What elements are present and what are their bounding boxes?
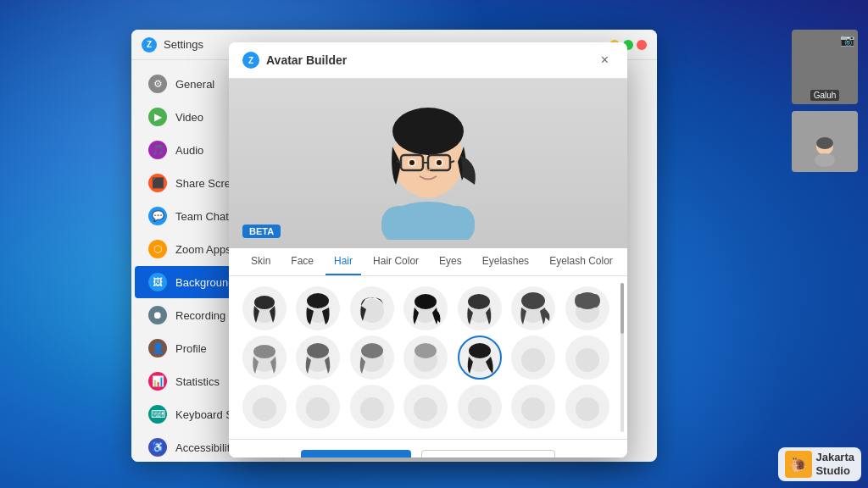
watermark-text: Jakarta Studio	[815, 451, 854, 477]
hair-style-13[interactable]	[511, 336, 555, 380]
hair-style-17[interactable]	[350, 385, 394, 429]
svg-point-22	[468, 294, 490, 309]
sidebar-label-video: Video	[175, 111, 203, 124]
general-icon: ⚙	[148, 75, 167, 93]
sidebar-label-general: General	[175, 78, 214, 91]
hair-style-15[interactable]	[242, 385, 287, 429]
avatar-actions: Done Exit without saving	[229, 439, 627, 458]
sidebar-label-access: Accessibility	[175, 441, 236, 454]
svg-point-15	[254, 296, 275, 309]
svg-point-34	[361, 343, 383, 358]
svg-point-47	[576, 397, 599, 421]
exit-without-saving-button[interactable]: Exit without saving	[421, 450, 555, 458]
hair-style-8[interactable]	[242, 336, 287, 380]
hair-style-1[interactable]	[242, 286, 287, 330]
avatar-logo-icon: Z	[242, 52, 259, 69]
tab-eyebrows[interactable]: Eyebrows	[625, 248, 627, 275]
background-icon: 🖼	[148, 273, 167, 291]
accessibility-icon: ♿	[148, 438, 167, 457]
svg-point-40	[576, 348, 599, 372]
hair-style-2[interactable]	[296, 286, 340, 330]
tab-eyes[interactable]: Eyes	[431, 248, 470, 275]
hair-grid-wrapper	[229, 276, 627, 439]
video-thumbnail-2	[792, 111, 858, 172]
video-thumb-label: Galuh	[810, 90, 840, 101]
watermark: 🐌 Jakarta Studio	[778, 447, 861, 481]
svg-point-4	[392, 108, 464, 155]
video-icon: ▶	[148, 108, 167, 126]
svg-point-38	[469, 343, 491, 358]
hair-style-9[interactable]	[296, 336, 340, 380]
svg-point-39	[521, 348, 545, 372]
svg-point-17	[307, 293, 329, 308]
audio-icon: 🎵	[148, 141, 167, 159]
avatar-close-button[interactable]: ×	[596, 51, 614, 69]
tab-eyelashes[interactable]: Eyelashes	[474, 248, 537, 275]
hair-style-6[interactable]	[511, 286, 555, 330]
tab-face[interactable]: Face	[282, 248, 322, 275]
recording-icon: ⏺	[148, 306, 167, 324]
profile-icon: 👤	[148, 339, 167, 358]
svg-point-45	[468, 397, 492, 421]
statistics-icon: 📊	[148, 372, 167, 391]
svg-point-24	[521, 292, 545, 309]
tab-skin[interactable]: Skin	[242, 248, 279, 275]
svg-point-49	[816, 137, 833, 149]
avatar-titlebar: Z Avatar Builder ×	[229, 42, 627, 79]
keyboard-icon: ⌨	[148, 405, 167, 424]
right-panel: 📷 Galuh	[792, 30, 860, 172]
avatar-builder-dialog: Z Avatar Builder ×	[229, 42, 627, 458]
hair-style-18[interactable]	[403, 385, 448, 429]
hair-grid	[229, 276, 627, 439]
svg-point-28	[590, 294, 600, 308]
scrollbar[interactable]	[620, 283, 624, 432]
sidebar-label-chat: Team Chat	[175, 210, 229, 223]
svg-point-41	[253, 397, 276, 421]
svg-point-36	[415, 343, 437, 358]
hair-style-19[interactable]	[458, 385, 502, 429]
tab-eyelash-color[interactable]: Eyelash Color	[541, 248, 621, 275]
share-screen-icon: ⬛	[148, 174, 167, 192]
avatar-dialog-title: Avatar Builder	[266, 53, 347, 67]
hair-style-3[interactable]	[350, 286, 394, 330]
svg-rect-1	[381, 206, 475, 240]
close-button[interactable]	[637, 40, 647, 50]
tab-hair-color[interactable]: Hair Color	[364, 248, 427, 275]
hair-style-5[interactable]	[458, 286, 502, 330]
sidebar-label-recording: Recording	[175, 309, 225, 322]
svg-point-20	[415, 294, 437, 309]
scrollbar-thumb	[620, 283, 624, 334]
camera-icon: 📷	[840, 33, 854, 47]
video-thumbnail-1: 📷 Galuh	[792, 30, 858, 104]
hair-style-11[interactable]	[403, 336, 448, 380]
sidebar-label-audio: Audio	[175, 144, 203, 157]
tab-hair[interactable]: Hair	[326, 248, 361, 275]
svg-point-12	[409, 160, 415, 165]
svg-point-43	[360, 397, 384, 421]
watermark-snail-icon: 🐌	[785, 451, 812, 478]
zoom-logo-icon: Z	[142, 37, 157, 53]
zoom-apps-icon: ⬡	[148, 240, 167, 258]
hair-style-14[interactable]	[565, 336, 609, 380]
team-chat-icon: 💬	[148, 207, 167, 225]
hair-style-16[interactable]	[296, 385, 340, 429]
hair-style-7[interactable]	[565, 286, 609, 330]
avatar-thumb-icon	[808, 135, 842, 169]
svg-point-30	[253, 345, 275, 358]
svg-point-42	[306, 397, 330, 421]
beta-badge: BETA	[242, 225, 281, 238]
hair-style-12-selected[interactable]	[458, 336, 502, 380]
done-button[interactable]: Done	[301, 450, 410, 458]
hair-style-20[interactable]	[511, 385, 555, 429]
sidebar-label-stats: Statistics	[175, 375, 220, 388]
avatar-tabs: Skin Face Hair Hair Color Eyes Eyelashes…	[229, 248, 627, 276]
svg-point-32	[307, 343, 329, 358]
svg-point-46	[521, 397, 545, 421]
avatar-figure	[343, 87, 513, 240]
hair-style-4[interactable]	[403, 286, 448, 330]
hair-style-10[interactable]	[350, 336, 394, 380]
avatar-preview-area: BETA	[229, 79, 627, 248]
hair-style-21[interactable]	[565, 385, 609, 429]
settings-title: Settings	[164, 38, 203, 51]
sidebar-label-profile: Profile	[175, 342, 207, 355]
